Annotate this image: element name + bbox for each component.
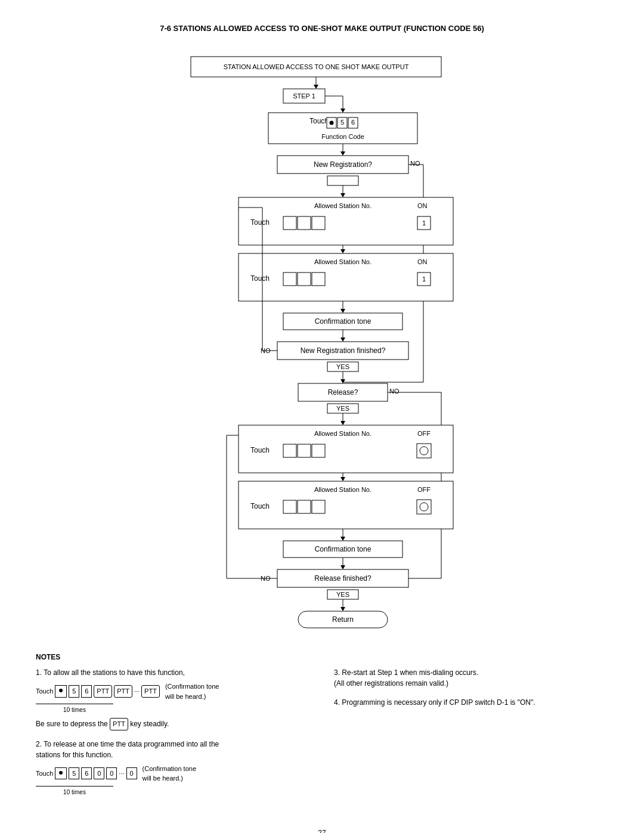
svg-marker-48 (340, 379, 345, 383)
note1-times: 10 times (36, 704, 113, 714)
svg-marker-15 (340, 151, 345, 156)
svg-rect-59 (298, 444, 311, 457)
release-diamond: Release? (328, 388, 358, 397)
allowed-station-on-title-2: Allowed Station No. (314, 258, 371, 265)
note4-text: 4. Programming is necessary only if CP D… (334, 697, 608, 708)
key-ptt-depress: PTT (110, 718, 128, 730)
svg-rect-66 (283, 500, 296, 513)
svg-rect-67 (298, 500, 311, 513)
notes-grid: 1. To allow all the stations to have thi… (36, 667, 608, 805)
note1-touch-label: Touch (36, 686, 53, 696)
note1-touch-line: Touch 5 6 PTT PTT ··· PTT (Confirmation … (36, 682, 310, 701)
svg-rect-34 (312, 272, 325, 286)
svg-text:1: 1 (422, 275, 426, 283)
svg-marker-22 (340, 193, 345, 197)
svg-marker-64 (340, 477, 345, 481)
svg-rect-20 (327, 176, 358, 185)
svg-rect-33 (298, 272, 311, 286)
note2-times: 10 times (36, 786, 113, 797)
svg-rect-68 (312, 500, 325, 513)
svg-text:1: 1 (422, 219, 426, 227)
svg-marker-30 (340, 249, 345, 253)
function-code-label: Function Code (321, 133, 364, 140)
svg-point-9 (330, 121, 334, 125)
svg-rect-60 (312, 444, 325, 457)
key-5-2: 5 (69, 767, 79, 780)
svg-rect-25 (298, 216, 311, 230)
svg-marker-72 (340, 537, 345, 541)
notes-section: NOTES 1. To allow all the stations to ha… (36, 653, 608, 805)
touch-on-1: Touch (250, 218, 270, 227)
confirmation-tone-1: Confirmation tone (315, 317, 371, 326)
note2-confirmation: (Confirmation tonewill be heard.) (143, 764, 197, 784)
note2-text: 2. To release at one time the data progr… (36, 739, 310, 760)
no-label-1: NO (410, 160, 420, 167)
flowchart-top-box: STATION ALLOWED ACCESS TO ONE SHOT MAKE … (224, 63, 409, 70)
on-label-2: ON (417, 258, 428, 265)
svg-rect-24 (283, 216, 296, 230)
flowchart-container: STATION ALLOWED ACCESS TO ONE SHOT MAKE … (36, 51, 608, 629)
svg-rect-58 (283, 444, 296, 457)
touch-off-1: Touch (250, 446, 270, 454)
on-label-1: ON (417, 202, 428, 209)
svg-marker-84 (340, 607, 345, 611)
note2-touch-line: Touch 5 6 0 0 ··· 0 (Confirmation tonewi… (36, 764, 310, 784)
note-1: 1. To allow all the stations to have thi… (36, 667, 310, 730)
note1-text: 1. To allow all the stations to have thi… (36, 667, 310, 678)
release-finished: Release finished? (314, 574, 371, 583)
key-ptt-1: PTT (94, 685, 112, 698)
allowed-station-off-title-2: Allowed Station No. (314, 486, 371, 493)
new-registration-finished: New Registration finished? (301, 346, 386, 355)
svg-rect-61 (417, 444, 431, 458)
svg-marker-41 (340, 337, 345, 342)
svg-marker-38 (340, 309, 345, 313)
touch-off-2: Touch (250, 502, 270, 510)
svg-marker-56 (340, 421, 345, 425)
note2-touch-label: Touch (36, 769, 53, 779)
key-6: 6 (81, 685, 92, 698)
off-label-2: OFF (417, 486, 431, 493)
key-dots-1: ··· (134, 686, 140, 696)
svg-rect-26 (312, 216, 325, 230)
allowed-station-off-title-1: Allowed Station No. (314, 430, 371, 437)
no-label-3: NO (389, 388, 400, 395)
note-4: 4. Programming is necessary only if CP D… (334, 697, 608, 708)
svg-marker-2 (314, 85, 318, 89)
key-ptt-n: PTT (141, 685, 160, 698)
key-6-2: 6 (81, 767, 92, 780)
yes-label-4: YES (336, 591, 349, 598)
note1-confirmation: (Confirmation tonewill be heard.) (165, 682, 219, 701)
svg-rect-69 (417, 500, 431, 514)
svg-text:5: 5 (340, 119, 344, 126)
page-title: 7-6 STATIONS ALLOWED ACCESS TO ONE-SHOT … (36, 24, 608, 33)
svg-marker-6 (340, 109, 345, 113)
key-0-1: 0 (94, 767, 104, 780)
page-number: — 27 — (36, 829, 608, 834)
touch-label: Touch (309, 117, 329, 125)
confirmation-tone-2: Confirmation tone (315, 545, 371, 553)
svg-marker-75 (340, 565, 345, 569)
svg-point-87 (59, 771, 63, 775)
key-dot-btn (55, 685, 67, 698)
note1-depress: Be sure to depress the PTT key steadily. (36, 718, 310, 730)
key-ptt-2: PTT (114, 685, 132, 698)
key-5: 5 (69, 685, 79, 698)
svg-point-86 (59, 689, 63, 692)
step1-label: STEP 1 (293, 92, 315, 100)
yes-label-3: YES (336, 405, 349, 412)
touch-on-2: Touch (250, 274, 270, 283)
svg-text:6: 6 (351, 119, 355, 126)
key-0-2: 0 (106, 767, 117, 780)
key-dots-2: ··· (119, 769, 124, 779)
off-label-1: OFF (417, 430, 431, 437)
note-2: 2. To release at one time the data progr… (36, 739, 310, 797)
notes-title: NOTES (36, 653, 608, 661)
new-registration-diamond: New Registration? (314, 160, 372, 169)
svg-rect-32 (283, 272, 296, 286)
key-0-n: 0 (126, 767, 137, 780)
note-3: 3. Re-start at Step 1 when mis-dialing o… (334, 667, 608, 689)
return-box: Return (332, 615, 354, 624)
key-dot-btn-2 (55, 767, 67, 780)
allowed-station-on-title: Allowed Station No. (314, 202, 371, 209)
note3-text: 3. Re-start at Step 1 when mis-dialing o… (334, 667, 608, 689)
